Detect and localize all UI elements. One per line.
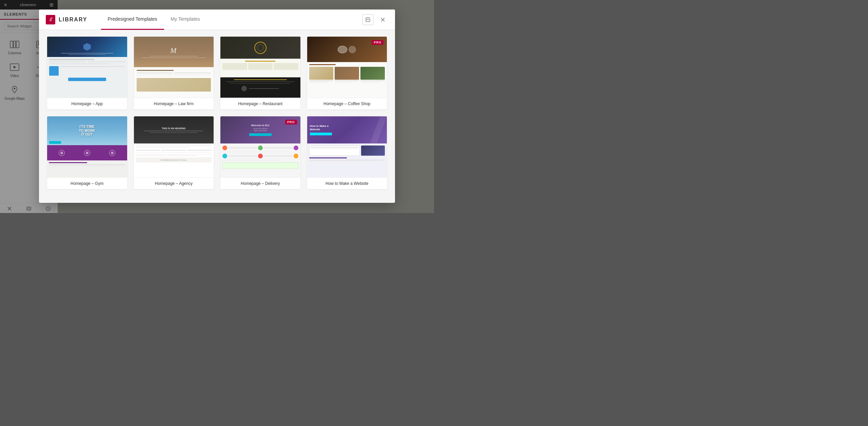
template-name-howto: How to Make a Website — [307, 177, 387, 189]
template-thumbnail-coffeeshop: PRO — [307, 37, 387, 98]
modal-tabs: Predesigned Templates My Templates — [101, 9, 362, 30]
template-card-delivery[interactable]: PRO Welcome to DLV Game Day deliveryrigh… — [220, 116, 300, 189]
template-name-restaurant: Homepage – Restaurant — [220, 98, 300, 110]
template-name-app: Homepage – App — [47, 98, 127, 110]
tab-predesigned[interactable]: Predesigned Templates — [101, 9, 164, 30]
template-name-agency: Homepage – Agency — [134, 177, 214, 189]
template-thumbnail-app — [47, 37, 127, 98]
save-button[interactable] — [362, 14, 373, 25]
template-name-delivery: Homepage – Delivery — [220, 177, 300, 189]
modal-header: ℰ LIBRARY Predesigned Templates My Templ… — [39, 9, 395, 30]
template-card-howto[interactable]: How to Make aWebsite — [307, 116, 387, 189]
library-title: LIBRARY — [59, 17, 87, 23]
template-card-restaurant[interactable]: Homepage – Restaurant — [220, 37, 300, 110]
close-modal-button[interactable] — [377, 14, 388, 25]
template-card-app[interactable]: Homepage – App — [47, 37, 127, 110]
modal-header-actions — [362, 14, 388, 25]
template-card-gym[interactable]: I'TS TIMETO WORKIT OUT — [47, 116, 127, 189]
template-name-lawfirm: Homepage – Law firm — [134, 98, 214, 110]
modal-body[interactable]: Homepage – App M — [39, 30, 395, 203]
modal-overlay: ℰ LIBRARY Predesigned Templates My Templ… — [0, 0, 434, 213]
template-card-coffeeshop[interactable]: PRO — [307, 37, 387, 110]
template-name-coffeeshop: Homepage – Coffee Shop — [307, 98, 387, 110]
template-thumbnail-gym: I'TS TIMETO WORKIT OUT — [47, 116, 127, 177]
svg-rect-21 — [366, 20, 370, 21]
pro-badge-coffeeshop: PRO — [372, 40, 383, 45]
template-name-gym: Homepage – Gym — [47, 177, 127, 189]
template-thumbnail-lawfirm: M — [134, 37, 214, 98]
modal-logo: ℰ LIBRARY — [46, 15, 87, 24]
template-thumbnail-restaurant — [220, 37, 300, 98]
template-card-lawfirm[interactable]: M — [134, 37, 214, 110]
templates-grid: Homepage – App M — [47, 37, 387, 189]
elementor-logo-icon: ℰ — [46, 15, 55, 24]
template-thumbnail-agency: THIS IS AN HEADING — [134, 116, 214, 177]
pro-badge-delivery: PRO — [285, 120, 297, 124]
template-thumbnail-delivery: PRO Welcome to DLV Game Day deliveryrigh… — [220, 116, 300, 177]
tab-my-templates[interactable]: My Templates — [164, 9, 207, 30]
template-card-agency[interactable]: THIS IS AN HEADING — [134, 116, 214, 189]
template-thumbnail-howto: How to Make aWebsite — [307, 116, 387, 177]
library-modal: ℰ LIBRARY Predesigned Templates My Templ… — [39, 9, 395, 203]
